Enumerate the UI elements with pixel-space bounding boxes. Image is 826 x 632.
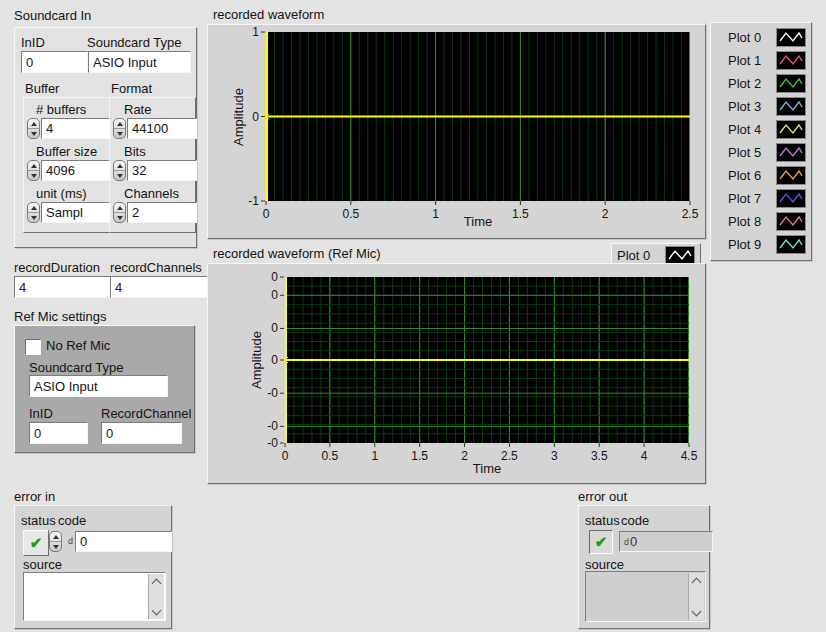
error-in-code-spinner[interactable] xyxy=(49,531,62,552)
increment-button[interactable] xyxy=(28,119,39,129)
scroll-down-button[interactable] xyxy=(689,606,704,620)
decrement-button[interactable] xyxy=(28,171,39,180)
scroll-down-button[interactable] xyxy=(149,605,164,619)
soundcard-in-title: Soundcard In xyxy=(14,8,91,23)
channels-input[interactable]: 2 xyxy=(127,202,197,223)
x-tick-label: 1 xyxy=(371,449,378,463)
decrement-button[interactable] xyxy=(28,213,39,222)
recorded-waveform-ref-mic-graph: Amplitude Time 00.511.522.533.544.50000-… xyxy=(207,263,706,484)
scrollbar[interactable] xyxy=(148,574,164,619)
increment-button[interactable] xyxy=(28,161,39,171)
x-tick-label: 1.5 xyxy=(411,449,428,463)
waveform-icon xyxy=(776,97,806,116)
checkmark-icon: ✔ xyxy=(595,533,608,551)
buffer-title: Buffer xyxy=(25,81,59,96)
record-channels-label: recordChannels xyxy=(110,260,202,275)
error-in-status-checkmark[interactable]: ✔ xyxy=(23,530,49,556)
x-tick-label: 0.5 xyxy=(322,449,339,463)
bits-input[interactable]: 32 xyxy=(127,160,197,181)
error-in-title: error in xyxy=(14,489,55,504)
graph2-plot-area xyxy=(285,277,689,443)
checkmark-icon: ✔ xyxy=(30,534,43,552)
scroll-up-button[interactable] xyxy=(689,573,704,587)
error-in-code-input[interactable]: 0 xyxy=(75,531,172,552)
legend-item[interactable]: Plot 1 xyxy=(711,49,811,72)
scroll-up-button[interactable] xyxy=(149,574,164,588)
decrement-button[interactable] xyxy=(50,542,61,551)
legend-item[interactable]: Plot 5 xyxy=(711,141,811,164)
format-cluster: Rate 44100 Bits 32 Channels 2 xyxy=(109,97,196,233)
record-channel-input[interactable]: 0 xyxy=(101,422,182,444)
decrement-button[interactable] xyxy=(114,129,125,138)
record-channels-input[interactable]: 4 xyxy=(110,276,210,298)
num-buffers-label: # buffers xyxy=(36,102,86,117)
ref-inid-input[interactable]: 0 xyxy=(29,422,88,444)
legend-item[interactable]: Plot 7 xyxy=(711,187,811,210)
no-ref-mic-checkbox[interactable] xyxy=(25,339,41,355)
inid-input[interactable]: 0 xyxy=(21,51,88,73)
decrement-button[interactable] xyxy=(114,171,125,180)
inid-value: 0 xyxy=(26,55,33,70)
y-tick-label: 0 xyxy=(271,270,278,284)
error-in-status-label: status xyxy=(21,513,56,528)
decrement-button[interactable] xyxy=(114,213,125,222)
channels-spinner[interactable] xyxy=(113,202,126,223)
record-duration-input[interactable]: 4 xyxy=(14,276,116,298)
waveform-icon xyxy=(776,166,806,185)
waveform-icon xyxy=(776,212,806,231)
ref-mic-cluster: No Ref Mic Soundcard Type ASIO Input InI… xyxy=(14,325,195,453)
num-buffers-spinner[interactable] xyxy=(27,118,40,139)
legend-item[interactable]: Plot 2 xyxy=(711,72,811,95)
error-out-source-indicator xyxy=(585,571,706,622)
rate-spinner[interactable] xyxy=(113,118,126,139)
x-tick-label: 1 xyxy=(432,207,439,221)
bits-value: 32 xyxy=(132,163,146,178)
legend-item-label: Plot 2 xyxy=(728,76,770,91)
rate-label: Rate xyxy=(124,102,151,117)
increment-button[interactable] xyxy=(114,119,125,129)
rate-value: 44100 xyxy=(132,121,168,136)
y-tick-label: -1 xyxy=(248,194,259,208)
soundcard-in-cluster: InID 0 Soundcard Type ASIO Input Buffer … xyxy=(14,27,197,248)
increment-button[interactable] xyxy=(50,532,61,542)
num-buffers-input[interactable]: 4 xyxy=(41,118,111,139)
increment-button[interactable] xyxy=(114,161,125,171)
x-tick-label: 1.5 xyxy=(512,207,529,221)
ref-soundcard-type-input[interactable]: ASIO Input xyxy=(29,375,168,397)
unit-ms-input[interactable]: Sampl xyxy=(41,202,111,223)
x-tick-label: 2.5 xyxy=(501,449,518,463)
increment-button[interactable] xyxy=(114,203,125,213)
radix-indicator: d xyxy=(68,536,73,546)
legend-item-label: Plot 8 xyxy=(728,214,770,229)
legend-item[interactable]: Plot 3 xyxy=(711,95,811,118)
error-in-source-input[interactable] xyxy=(23,572,166,621)
soundcard-type-input[interactable]: ASIO Input xyxy=(88,51,191,73)
legend-item[interactable]: Plot 4 xyxy=(711,118,811,141)
legend-item[interactable]: Plot 8 xyxy=(711,210,811,233)
increment-button[interactable] xyxy=(28,203,39,213)
graph1-ylabel: Amplitude xyxy=(231,88,246,146)
waveform-icon xyxy=(776,28,806,47)
rate-input[interactable]: 44100 xyxy=(127,118,197,139)
decrement-button[interactable] xyxy=(28,129,39,138)
unit-ms-spinner[interactable] xyxy=(27,202,40,223)
buffer-size-spinner[interactable] xyxy=(27,160,40,181)
legend-item[interactable]: Plot 6 xyxy=(711,164,811,187)
soundcard-type-value: ASIO Input xyxy=(93,55,157,70)
buffer-size-input[interactable]: 4096 xyxy=(41,160,111,181)
error-out-title: error out xyxy=(578,489,627,504)
y-tick-label: 0 xyxy=(271,321,278,335)
waveform-icon xyxy=(776,120,806,139)
ref-inid-value: 0 xyxy=(34,426,41,441)
bits-spinner[interactable] xyxy=(113,160,126,181)
record-duration-label: recordDuration xyxy=(14,260,100,275)
format-title: Format xyxy=(111,81,152,96)
legend-item[interactable]: Plot 0 xyxy=(711,26,811,49)
legend-item[interactable]: Plot 9 xyxy=(711,233,811,256)
x-tick-label: 4 xyxy=(641,449,648,463)
radix-indicator: d xyxy=(624,537,629,547)
scrollbar[interactable] xyxy=(688,573,704,620)
buffer-size-label: Buffer size xyxy=(36,144,97,159)
legend-item-label: Plot 4 xyxy=(728,122,770,137)
x-tick-label: 3 xyxy=(551,449,558,463)
